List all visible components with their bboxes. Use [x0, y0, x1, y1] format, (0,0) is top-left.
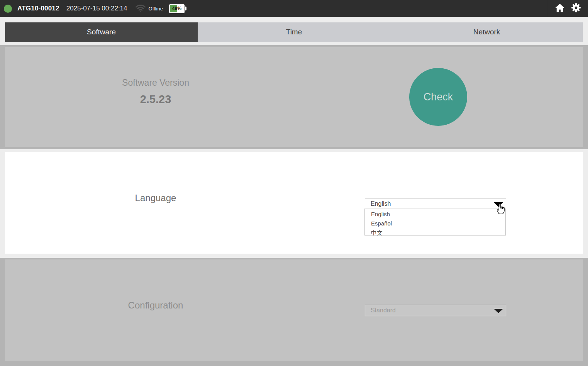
software-version-label: Software Version: [5, 78, 306, 88]
configuration-selected-value: Standard: [365, 307, 396, 314]
tab-software[interactable]: Software: [5, 22, 198, 42]
battery-percent-label: 48%: [169, 4, 185, 13]
language-select[interactable]: English: [365, 198, 506, 209]
settings-tabbar: Software Time Network: [5, 22, 583, 42]
language-selected-value: English: [365, 200, 391, 207]
wifi-status-label: Offline: [149, 6, 163, 12]
home-icon: [555, 3, 565, 14]
gear-icon: [571, 3, 581, 14]
battery-nub: [185, 7, 186, 10]
chevron-down-icon: [494, 202, 503, 207]
battery-indicator: 48%: [169, 4, 185, 13]
software-version-value: 2.5.23: [5, 93, 306, 106]
wifi-icon: [135, 3, 146, 14]
configuration-label: Configuration: [5, 300, 306, 311]
language-dropdown-list: English Español 中文: [364, 208, 506, 236]
language-option-chinese[interactable]: 中文: [365, 228, 505, 237]
tab-network[interactable]: Network: [390, 22, 583, 42]
chevron-down-icon: [494, 309, 503, 313]
device-settings-screen: ATG10-00012 2025-07-15 00:22:14 Offline …: [0, 0, 588, 366]
top-status-bar: ATG10-00012 2025-07-15 00:22:14 Offline …: [0, 0, 588, 17]
wifi-status: Offline: [135, 3, 163, 14]
language-option-espanol[interactable]: Español: [365, 219, 505, 228]
device-name: ATG10-00012: [17, 5, 59, 12]
configuration-panel: Configuration Standard: [5, 259, 583, 361]
language-option-english[interactable]: English: [365, 210, 505, 219]
configuration-select[interactable]: Standard: [365, 305, 506, 316]
tab-time[interactable]: Time: [198, 22, 390, 42]
home-button[interactable]: [555, 3, 565, 14]
check-update-button[interactable]: Check: [409, 68, 467, 126]
clock-timestamp: 2025-07-15 00:22:14: [66, 5, 127, 12]
settings-button[interactable]: [571, 3, 581, 14]
language-label: Language: [5, 193, 306, 203]
topbar-actions: [547, 0, 588, 17]
status-dot: [4, 5, 12, 13]
language-panel: Language English English Español 中文: [5, 152, 583, 254]
software-version-panel: Software Version 2.5.23 Check: [5, 47, 583, 147]
